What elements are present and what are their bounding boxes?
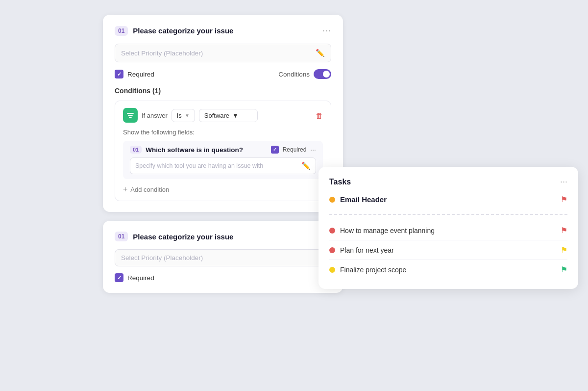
main-panel: 01 Please categorize your issue ··· Sele…: [103, 15, 343, 293]
sub-field-header: 01 Which software is in question? Requir…: [130, 146, 316, 154]
card2-priority-input-row[interactable]: Select Priority (Placeholder): [115, 249, 331, 266]
sub-input-placeholder: Specify which tool you are having an iss…: [135, 162, 301, 169]
if-answer-label: If answer: [142, 112, 168, 119]
is-dropdown-chevron: ▼: [185, 113, 190, 118]
filter-icon: [126, 111, 134, 119]
email-header-label: Email Header: [340, 195, 387, 204]
sub-field-menu-button[interactable]: ···: [310, 146, 316, 154]
task-2-flag-icon: ⚑: [561, 265, 567, 274]
card2-priority-placeholder: Select Priority (Placeholder): [121, 254, 325, 261]
email-header-row: Email Header ⚑: [329, 195, 567, 209]
add-condition-label: Add condition: [130, 186, 169, 193]
tasks-header: Tasks ···: [329, 177, 567, 187]
condition-row: If answer Is ▼ Software ▼ 🗑: [123, 108, 323, 123]
software-dropdown-value: Software: [204, 112, 229, 119]
required-checkbox-group: Required: [115, 70, 154, 78]
card2-required-row: Required: [115, 273, 331, 282]
step-badge-2: 01: [115, 232, 128, 241]
tasks-menu-button[interactable]: ···: [560, 177, 567, 187]
priority-placeholder: Select Priority (Placeholder): [121, 50, 316, 57]
card-1-header-left: 01 Please categorize your issue: [115, 26, 233, 36]
card2-required-label: Required: [127, 274, 154, 282]
show-fields-label: Show the following fields:: [123, 129, 323, 136]
task-1-name: Plan for next year: [340, 246, 394, 254]
task-1-flag-icon: ⚑: [561, 245, 567, 255]
add-condition-row[interactable]: + Add condition: [123, 185, 323, 194]
conditions-section-title: Conditions (1): [115, 87, 331, 95]
required-checkbox[interactable]: [115, 70, 123, 78]
required-label: Required: [127, 71, 154, 78]
is-dropdown[interactable]: Is ▼: [172, 109, 195, 122]
tasks-panel: Tasks ··· Email Header ⚑ How to manage e…: [318, 167, 578, 289]
conditions-toggle[interactable]: [314, 69, 331, 79]
email-header-dot: [329, 197, 335, 203]
task-2-name: Finalize project scope: [340, 266, 406, 274]
conditions-section: Conditions (1) If answer Is ▼ Software: [115, 87, 331, 201]
task-row-1: Plan for next year ⚑: [329, 240, 567, 260]
software-dropdown-chevron: ▼: [232, 112, 239, 119]
task-2-dot: [329, 267, 335, 273]
conditions-label: Conditions: [278, 71, 310, 78]
tasks-title: Tasks: [329, 178, 351, 186]
card-2-title: Please categorize your issue: [133, 233, 233, 241]
filter-icon-button[interactable]: [123, 108, 138, 123]
email-header-flag-icon: ⚑: [561, 195, 567, 204]
task-0-flag-icon: ⚑: [561, 226, 567, 235]
task-row-1-left: Plan for next year: [329, 246, 394, 254]
card2-required-checkbox[interactable]: [115, 273, 123, 282]
is-dropdown-value: Is: [177, 112, 182, 119]
sub-edit-icon: ✏️: [301, 161, 311, 170]
required-conditions-row: Required Conditions: [115, 69, 331, 79]
task-row-0: How to manage event planning ⚑: [329, 221, 567, 240]
sub-input-row[interactable]: Specify which tool you are having an iss…: [130, 157, 316, 174]
software-dropdown[interactable]: Software ▼: [199, 109, 258, 122]
conditions-toggle-group: Conditions: [278, 69, 331, 79]
add-condition-plus-icon: +: [123, 185, 127, 194]
task-row-2-left: Finalize project scope: [329, 266, 406, 274]
sub-field: 01 Which software is in question? Requir…: [123, 141, 323, 179]
card-1-menu-button[interactable]: ···: [322, 26, 331, 36]
sub-required-checkbox[interactable]: [271, 146, 279, 154]
step-badge-1: 01: [115, 26, 128, 36]
sub-required-label: Required: [283, 146, 307, 153]
edit-icon: ✏️: [316, 49, 325, 57]
card-1-header: 01 Please categorize your issue ···: [115, 26, 331, 36]
card2-required-checkbox-group: Required: [115, 273, 154, 282]
email-header-left: Email Header: [329, 195, 387, 204]
card-1: 01 Please categorize your issue ··· Sele…: [103, 15, 343, 212]
sub-step-badge: 01: [130, 146, 142, 154]
dashed-separator: [329, 214, 567, 215]
card-2-header-left: 01 Please categorize your issue: [115, 232, 233, 241]
sub-field-title: Which software is in question?: [146, 146, 267, 154]
delete-condition-button[interactable]: 🗑: [316, 111, 323, 120]
card-1-title: Please categorize your issue: [133, 26, 233, 35]
card-2: 01 Please categorize your issue Select P…: [103, 221, 343, 293]
task-row-0-left: How to manage event planning: [329, 227, 435, 235]
card-2-header: 01 Please categorize your issue: [115, 232, 331, 241]
task-1-dot: [329, 247, 335, 253]
priority-input-row[interactable]: Select Priority (Placeholder) ✏️: [115, 44, 331, 62]
task-0-name: How to manage event planning: [340, 227, 435, 235]
task-row-2: Finalize project scope ⚑: [329, 260, 567, 279]
condition-box: If answer Is ▼ Software ▼ 🗑 Show the fol…: [115, 101, 331, 201]
task-0-dot: [329, 228, 335, 234]
